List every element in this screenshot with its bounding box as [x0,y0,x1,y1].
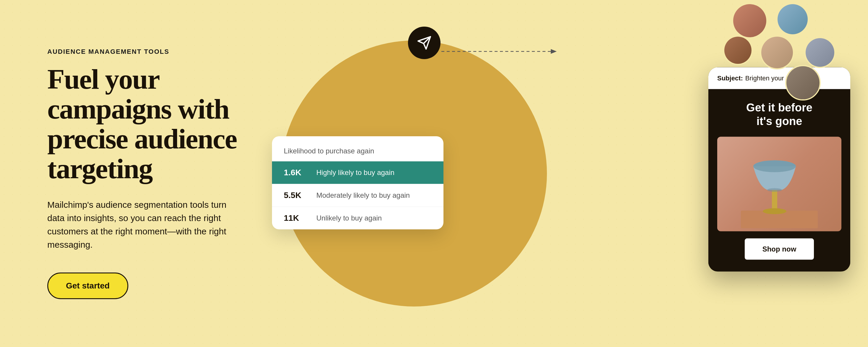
avatar-2 [776,3,809,35]
get-started-button[interactable]: Get started [47,273,128,299]
avatar-face-2 [778,4,808,34]
left-section: AUDIENCE MANAGEMENT TOOLS Fuel your camp… [0,48,266,299]
main-headline: Fuel your campaigns with precise audienc… [47,64,242,184]
email-headline-line1: Get it before [746,101,812,114]
segment-label-1: Highly likely to buy again [316,168,394,177]
email-headline: Get it before it's gone [717,101,841,128]
avatar-3 [723,35,753,65]
segment-row-moderately-likely: 5.5K Moderately likely to buy again [272,184,443,207]
avatar-4 [760,35,794,69]
segment-card: Likelihood to purchase again 1.6K Highly… [272,136,443,229]
avatars-container [720,0,868,89]
segment-count-1: 1.6K [284,168,307,177]
send-icon-button [408,27,440,59]
svg-point-7 [767,188,782,192]
right-section: Likelihood to purchase again 1.6K Highly… [266,0,868,347]
email-preview-card: Subject: Brighten your day 💡 Get it befo… [708,67,850,272]
segment-count-3: 11K [284,213,307,223]
segment-row-unlikely: 11K Unlikely to buy again [272,207,443,229]
svg-point-4 [763,209,786,214]
avatar-face-5 [806,38,834,67]
avatar-face-4 [761,37,793,68]
email-body: Get it before it's gone [708,89,850,272]
avatar-6 [785,65,821,100]
body-text: Mailchimp's audience segmentation tools … [47,198,242,251]
lamp-product-image [717,137,841,231]
segment-label-3: Unlikely to buy again [316,214,382,222]
email-headline-line2: it's gone [756,115,802,127]
avatar-face-6 [786,66,819,99]
segment-card-header: Likelihood to purchase again [272,136,443,161]
shop-now-button[interactable]: Shop now [745,239,814,260]
segment-row-highly-likely: 1.6K Highly likely to buy again [272,161,443,184]
svg-point-6 [753,160,796,172]
lamp-svg [741,140,818,228]
avatar-face-3 [724,37,751,64]
segment-label-2: Moderately likely to buy again [316,191,410,199]
svg-marker-1 [551,49,557,54]
eyebrow-label: AUDIENCE MANAGEMENT TOOLS [47,48,242,56]
dashed-arrow-line [441,42,560,60]
segment-count-2: 5.5K [284,191,307,200]
avatar-5 [804,37,835,68]
page-wrapper: AUDIENCE MANAGEMENT TOOLS Fuel your camp… [0,0,868,347]
avatar-1 [732,3,768,38]
send-icon [417,35,432,50]
avatar-face-1 [733,4,766,37]
